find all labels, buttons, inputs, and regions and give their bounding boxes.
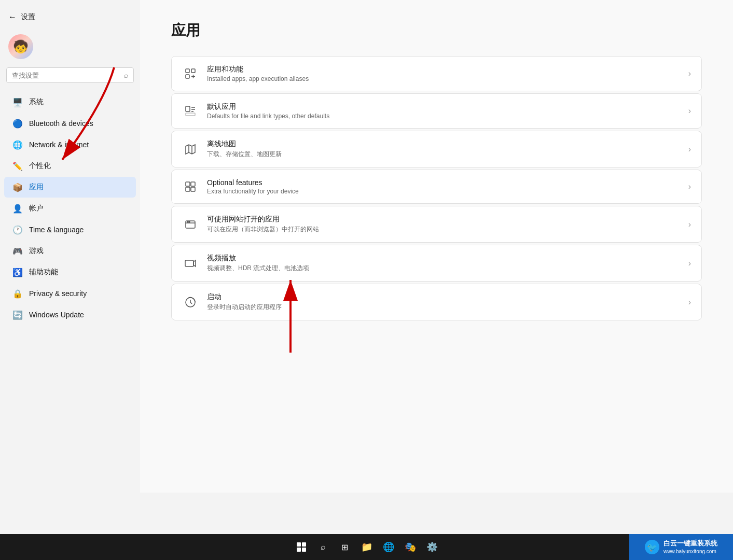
sidebar-item-system-label: 系统 [29,97,44,107]
search-input[interactable] [12,72,120,79]
svg-rect-16 [185,260,193,267]
default-apps-title: 默认应用 [207,102,680,111]
search-icon: ⌕ [124,71,128,79]
sidebar-item-accessibility-label: 辅助功能 [29,268,58,277]
file-explorer-button[interactable]: 📁 [357,538,376,556]
settings-taskbar-button[interactable]: ⚙️ [423,538,441,556]
sidebar-item-gaming[interactable]: 🎮 游戏 [4,241,136,261]
website-apps-title: 可使用网站打开的应用 [207,215,680,224]
taskbar-brand: 🐦 白云一键重装系统 www.baiyunxitong.com [629,534,733,560]
taskbar-search-icon: ⌕ [321,542,326,552]
svg-rect-10 [191,182,195,186]
windows-icon [297,542,306,552]
sidebar: ← 设置 🧒 ⌕ 🖥️ 系统 🔵 Bluetooth & devices 🌐 N… [0,0,140,493]
sidebar-item-apps[interactable]: 📦 应用 [4,177,136,198]
video-playback-chevron-icon: › [688,259,691,268]
optional-features-title: Optional features [207,178,680,187]
brand-line2: www.baiyunxitong.com [663,548,717,555]
accounts-icon: 👤 [12,203,23,214]
offline-maps-subtitle: 下载、存储位置、地图更新 [207,150,680,159]
sidebar-nav: 🖥️ 系统 🔵 Bluetooth & devices 🌐 Network & … [0,91,140,326]
browser-button[interactable]: 🌐 [379,538,398,556]
sidebar-item-update[interactable]: 🔄 Windows Update [4,304,136,325]
sidebar-item-gaming-label: 游戏 [29,246,44,256]
video-playback-title: 视频播放 [207,254,680,263]
sidebar-item-privacy-label: Privacy & security [29,289,87,298]
time-icon: 🕐 [12,225,23,235]
apps-features-title: 应用和功能 [207,65,680,74]
browser-icon: 🌐 [383,541,394,553]
optional-features-chevron-icon: › [688,182,691,191]
page-title: 应用 [171,21,702,40]
sidebar-item-accounts[interactable]: 👤 帐户 [4,198,136,219]
start-button[interactable] [292,538,311,556]
offline-maps-title: 离线地图 [207,139,680,149]
offline-maps-chevron-icon: › [688,145,691,154]
sidebar-item-privacy[interactable]: 🔒 Privacy & security [4,283,136,304]
task-view-button[interactable]: ⊞ [336,538,354,556]
settings-taskbar-icon: ⚙️ [426,541,438,553]
sidebar-item-time[interactable]: 🕐 Time & language [4,219,136,240]
personalization-icon: ✏️ [12,161,23,171]
website-apps-chevron-icon: › [688,220,691,229]
apps-features-subtitle: Installed apps, app execution aliases [207,75,680,82]
network-icon: 🌐 [12,139,23,150]
offline-maps-icon [182,141,199,158]
sidebar-item-bluetooth[interactable]: 🔵 Bluetooth & devices [4,113,136,134]
website-apps-text: 可使用网站打开的应用 可以在应用（而非浏览器）中打开的网站 [207,215,680,234]
brand-text: 白云一键重装系统 www.baiyunxitong.com [663,539,717,555]
video-playback-icon [182,255,199,272]
video-playback-subtitle: 视频调整、HDR 流式处理、电池选项 [207,264,680,273]
svg-rect-1 [191,69,195,73]
privacy-icon: 🔒 [12,288,23,299]
svg-point-15 [189,221,190,222]
sidebar-item-time-label: Time & language [29,226,84,234]
website-apps-subtitle: 可以在应用（而非浏览器）中打开的网站 [207,225,680,234]
sidebar-item-apps-label: 应用 [29,183,44,192]
sidebar-item-personalization-label: 个性化 [29,161,51,171]
taskbar-center: ⌕ ⊞ 📁 🌐 🎭 ⚙️ [292,538,441,556]
default-apps-icon [182,103,199,119]
system-icon: 🖥️ [12,97,23,107]
apps-features-chevron-icon: › [688,69,691,78]
sidebar-item-personalization[interactable]: ✏️ 个性化 [4,156,136,176]
back-label: 设置 [21,12,35,22]
website-apps-icon [182,216,199,233]
back-arrow-icon: ← [8,12,17,22]
sidebar-item-bluetooth-label: Bluetooth & devices [29,119,93,128]
settings-item-video-playback[interactable]: 视频播放 视频调整、HDR 流式处理、电池选项 › [171,245,702,282]
brand-icon: 🐦 [645,540,659,554]
optional-features-text: Optional features Extra functionality fo… [207,178,680,195]
startup-text: 启动 登录时自动启动的应用程序 [207,292,680,312]
default-apps-chevron-icon: › [688,106,691,116]
settings-item-startup[interactable]: 启动 登录时自动启动的应用程序 › [171,284,702,320]
settings-item-optional-features[interactable]: Optional features Extra functionality fo… [171,170,702,204]
search-box[interactable]: ⌕ [6,67,134,83]
file-explorer-icon: 📁 [361,541,372,553]
sidebar-item-accessibility[interactable]: ♿ 辅助功能 [4,262,136,283]
video-playback-text: 视频播放 视频调整、HDR 流式处理、电池选项 [207,254,680,273]
svg-rect-2 [186,75,189,78]
sidebar-item-system[interactable]: 🖥️ 系统 [4,92,136,113]
update-icon: 🔄 [12,310,23,320]
startup-chevron-icon: › [688,298,691,307]
settings-item-offline-maps[interactable]: 离线地图 下载、存储位置、地图更新 › [171,131,702,167]
settings-item-default-apps[interactable]: 默认应用 Defaults for file and link types, o… [171,93,702,129]
bluetooth-icon: 🔵 [12,118,23,129]
taskbar-search-button[interactable]: ⌕ [314,538,333,556]
svg-rect-5 [186,106,190,111]
apps-features-icon [182,65,199,82]
sidebar-item-update-label: Windows Update [29,311,84,319]
svg-rect-6 [186,113,195,116]
sidebar-item-network-label: Network & internet [29,141,89,149]
avatar: 🧒 [8,34,33,59]
startup-subtitle: 登录时自动启动的应用程序 [207,303,680,312]
sidebar-item-network[interactable]: 🌐 Network & internet [4,134,136,155]
app1-button[interactable]: 🎭 [401,538,420,556]
back-button[interactable]: ← 设置 [0,8,140,26]
svg-point-14 [187,221,188,222]
settings-item-website-apps[interactable]: 可使用网站打开的应用 可以在应用（而非浏览器）中打开的网站 › [171,206,702,243]
task-view-icon: ⊞ [341,542,348,552]
settings-item-apps-features[interactable]: 应用和功能 Installed apps, app execution alia… [171,56,702,91]
svg-rect-9 [186,182,190,186]
